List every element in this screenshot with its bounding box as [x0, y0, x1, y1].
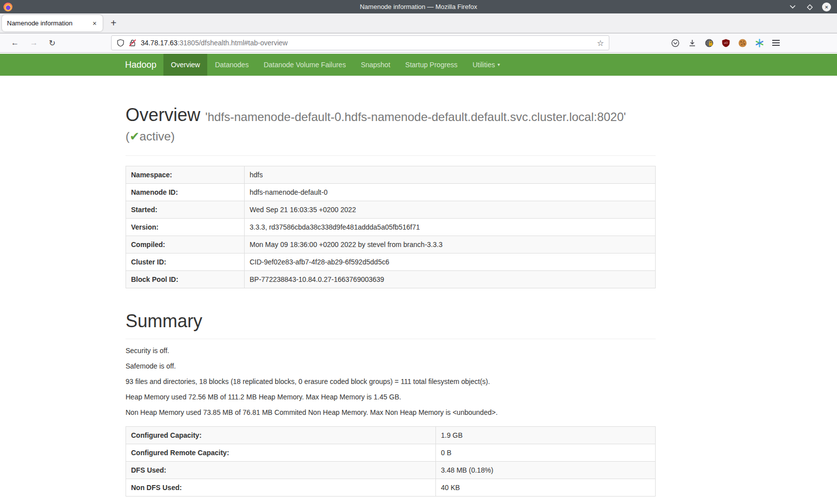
row-label: Version:	[126, 219, 245, 236]
url-path: :31805/dfshealth.html#tab-overview	[177, 39, 287, 47]
browser-tab[interactable]: Namenode information ×	[2, 15, 103, 31]
nav-tab-datanodes[interactable]: Datanodes	[207, 54, 256, 76]
window-minimize-icon[interactable]	[788, 2, 797, 11]
table-row: Configured Capacity:1.9 GB	[126, 427, 656, 444]
summary-line: Security is off.	[126, 347, 837, 355]
summary-line: 93 files and directories, 18 blocks (18 …	[126, 378, 837, 385]
row-value: 3.48 MB (0.18%)	[436, 462, 656, 479]
shield-icon[interactable]	[117, 39, 125, 47]
table-row: Compiled:Mon May 09 18:36:00 +0200 2022 …	[126, 236, 656, 253]
summary-line: Safemode is off.	[126, 363, 837, 370]
bookmark-star-icon[interactable]: ☆	[597, 38, 604, 48]
summary-line: Heap Memory used 72.56 MB of 111.2 MB He…	[126, 393, 837, 401]
privacy-extension-icon[interactable]	[705, 39, 713, 47]
nav-tab-overview-label: Overview	[171, 54, 200, 76]
pocket-icon[interactable]	[671, 39, 680, 47]
url-bar[interactable]: 34.78.17.63:31805/dfshealth.html#tab-ove…	[111, 35, 609, 50]
table-row: Non DFS Used:40 KB	[126, 479, 656, 497]
row-value: hdfs	[245, 166, 656, 184]
summary-line: Non Heap Memory used 73.85 MB of 76.81 M…	[126, 409, 837, 416]
insecure-lock-icon[interactable]	[129, 39, 137, 47]
capacity-table: Configured Capacity:1.9 GB Configured Re…	[126, 426, 656, 497]
nav-tab-datanode-volume-failures[interactable]: Datanode Volume Failures	[256, 54, 353, 76]
tab-strip: Namenode information × +	[0, 13, 837, 33]
row-label: Block Pool ID:	[126, 271, 245, 288]
namenode-status: (✔active)	[126, 129, 656, 143]
nav-tab-datanodes-label: Datanodes	[215, 54, 249, 76]
reload-button[interactable]: ↻	[49, 38, 55, 48]
summary-header: Summary	[126, 311, 656, 339]
nav-tab-overview[interactable]: Overview	[163, 54, 207, 76]
nav-tab-snapshot-label: Snapshot	[361, 54, 390, 76]
ublock-origin-icon[interactable]: uO	[722, 39, 730, 47]
row-label: Cluster ID:	[126, 253, 245, 271]
row-label: Started:	[126, 201, 245, 219]
caret-down-icon: ▾	[498, 54, 500, 76]
window-titlebar: Namenode information — Mozilla Firefox ×	[0, 0, 837, 13]
row-value: 1.9 GB	[436, 427, 656, 444]
row-label: Configured Capacity:	[126, 427, 436, 444]
row-value: 40 KB	[436, 479, 656, 497]
table-row: Version:3.3.3, rd37586cbda38c338d9fe481a…	[126, 219, 656, 236]
row-value: 3.3.3, rd37586cbda38c338d9fe481addda5a05…	[245, 219, 656, 236]
forward-button[interactable]: →	[30, 38, 38, 47]
tab-close-icon[interactable]: ×	[92, 19, 98, 27]
new-tab-button[interactable]: +	[111, 17, 117, 29]
row-label: Configured Remote Capacity:	[126, 444, 436, 462]
nav-dropdown-utilities-label: Utilities	[472, 54, 495, 76]
row-value: 0 B	[436, 444, 656, 462]
nav-dropdown-utilities[interactable]: Utilities ▾	[465, 54, 507, 76]
nav-tab-startup-progress-label: Startup Progress	[405, 54, 457, 76]
hadoop-brand[interactable]: Hadoop	[125, 54, 156, 76]
cookie-extension-icon[interactable]	[738, 39, 747, 47]
downloads-icon[interactable]	[688, 39, 697, 47]
url-host: 34.78.17.63	[140, 39, 177, 47]
namenode-info-table: Namespace:hdfs Namenode ID:hdfs-namenode…	[126, 166, 656, 288]
browser-toolbar: ← → ↻ 34.78.17.63:31805/dfshealth.html#t…	[0, 33, 837, 53]
row-value: hdfs-namenode-default-0	[245, 184, 656, 201]
summary-text: Security is off. Safemode is off. 93 fil…	[126, 347, 837, 416]
row-label: Compiled:	[126, 236, 245, 253]
back-button[interactable]: ←	[11, 38, 19, 47]
row-label: Namespace:	[126, 166, 245, 184]
window-close-icon[interactable]: ×	[822, 2, 831, 11]
row-value: Wed Sep 21 16:03:35 +0200 2022	[245, 201, 656, 219]
page-title: Overview 'hdfs-namenode-default-0.hdfs-n…	[126, 105, 656, 126]
overview-header: Overview 'hdfs-namenode-default-0.hdfs-n…	[126, 105, 656, 156]
table-row: Cluster ID:CID-9ef02e83-afb7-4f28-ab29-6…	[126, 253, 656, 271]
table-row: Configured Remote Capacity:0 B	[126, 444, 656, 462]
check-icon: ✔	[130, 129, 140, 143]
table-row: Namenode ID:hdfs-namenode-default-0	[126, 184, 656, 201]
row-label: Namenode ID:	[126, 184, 245, 201]
window-maximize-icon[interactable]	[805, 2, 814, 11]
row-label: DFS Used:	[126, 462, 436, 479]
row-value: BP-772238843-10.84.0.27-1663769003639	[245, 271, 656, 288]
table-row: Namespace:hdfs	[126, 166, 656, 184]
url-text[interactable]: 34.78.17.63:31805/dfshealth.html#tab-ove…	[140, 39, 287, 47]
svg-text:uO: uO	[724, 41, 728, 44]
table-row: DFS Used:3.48 MB (0.18%)	[126, 462, 656, 479]
overview-title: Overview	[126, 105, 200, 125]
menu-icon[interactable]	[772, 40, 780, 46]
namenode-address: 'hdfs-namenode-default-0.hdfs-namenode-d…	[205, 110, 626, 124]
tab-title: Namenode information	[7, 19, 92, 27]
nav-tab-snapshot[interactable]: Snapshot	[353, 54, 398, 76]
window-title: Namenode information — Mozilla Firefox	[0, 3, 837, 10]
asterisk-extension-icon[interactable]	[755, 39, 764, 47]
table-row: Started:Wed Sep 21 16:03:35 +0200 2022	[126, 201, 656, 219]
hadoop-navbar: Hadoop Overview Datanodes Datanode Volum…	[0, 54, 837, 76]
table-row: Block Pool ID:BP-772238843-10.84.0.27-16…	[126, 271, 656, 288]
nav-tab-startup-progress[interactable]: Startup Progress	[398, 54, 465, 76]
row-value: CID-9ef02e83-afb7-4f28-ab29-6f592d5dd5c6	[245, 253, 656, 271]
row-label: Non DFS Used:	[126, 479, 436, 497]
row-value: Mon May 09 18:36:00 +0200 2022 by stevel…	[245, 236, 656, 253]
summary-title: Summary	[126, 311, 656, 332]
page-content: Overview 'hdfs-namenode-default-0.hdfs-n…	[0, 105, 837, 497]
nav-tab-datanode-volume-failures-label: Datanode Volume Failures	[264, 54, 346, 76]
